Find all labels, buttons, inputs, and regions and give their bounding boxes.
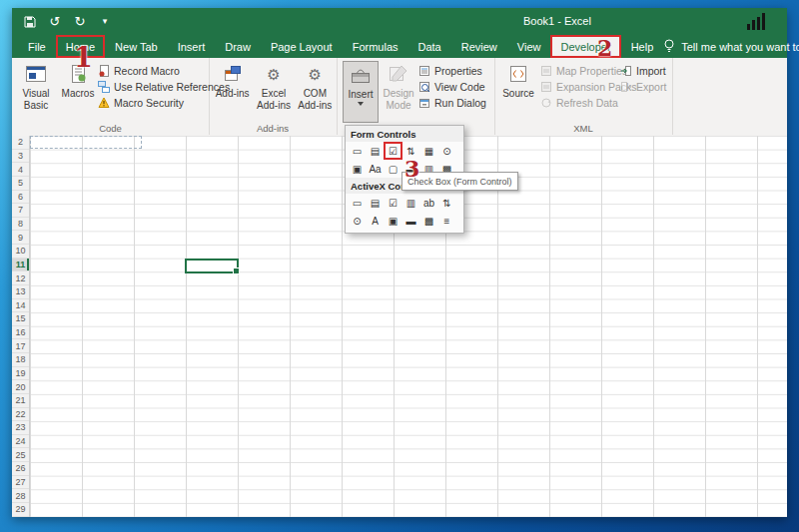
row-header[interactable]: 16 — [12, 326, 29, 340]
ribbon-group-addins: Add-ins ⚙ Excel Add-ins ⚙ COM Add-ins Ad… — [209, 58, 338, 135]
ribbon-tab[interactable]: Page Layout — [261, 35, 343, 58]
activex-control-icon[interactable]: ≡ — [439, 214, 454, 228]
ribbon-tab[interactable]: Review — [451, 35, 507, 58]
record-macro-icon — [98, 65, 110, 77]
row-header[interactable]: 17 — [12, 339, 29, 353]
row-header[interactable]: 2 — [12, 136, 29, 150]
activex-control-icon[interactable]: A — [368, 214, 383, 228]
add-ins-icon — [222, 62, 244, 86]
row-header[interactable]: 13 — [12, 285, 29, 299]
row-header[interactable]: 27 — [12, 476, 29, 490]
activex-control-icon[interactable]: ▭ — [350, 196, 365, 210]
activex-control-icon[interactable]: ▬ — [403, 214, 418, 228]
row-header[interactable]: 15 — [12, 312, 29, 326]
refresh-data-button[interactable]: Refresh Data — [540, 97, 637, 109]
source-button[interactable]: Source — [498, 62, 538, 100]
row-header[interactable]: 24 — [12, 435, 29, 449]
view-code-button[interactable]: View Code — [418, 81, 486, 93]
window-title: Book1 - Excel — [523, 15, 591, 27]
row-header[interactable]: 12 — [12, 271, 29, 285]
design-mode-button[interactable]: Design Mode — [379, 62, 418, 111]
row-header[interactable]: 25 — [12, 448, 29, 462]
activex-control-icon[interactable]: ▤ — [368, 196, 383, 210]
row-header[interactable]: 26 — [12, 462, 29, 476]
redo-icon[interactable]: ↻ — [72, 14, 88, 30]
tell-me-label: Tell me what you want to do — [681, 41, 799, 53]
tell-me-box[interactable]: Tell me what you want to do — [663, 35, 799, 58]
ribbon-tab[interactable]: Help — [621, 35, 664, 58]
ribbon-tab[interactable]: Formulas — [343, 35, 408, 58]
customize-qat-icon[interactable]: ▾ — [97, 14, 113, 30]
form-control-icon[interactable]: ▭ — [350, 144, 365, 158]
row-header[interactable]: 4 — [12, 163, 29, 177]
excel-add-ins-button[interactable]: ⚙ Excel Add-ins — [254, 62, 293, 111]
ribbon-tab[interactable]: Insert — [168, 35, 216, 58]
export-button[interactable]: Export — [620, 81, 666, 93]
xml-source-icon — [507, 62, 529, 86]
annotation-1: 1 — [74, 44, 93, 71]
insert-controls-button[interactable]: Insert — [343, 61, 379, 123]
row-header[interactable]: 5 — [12, 177, 29, 191]
source-label: Source — [502, 88, 534, 100]
ribbon-tab[interactable]: Data — [408, 35, 451, 58]
save-icon[interactable] — [22, 14, 38, 30]
import-button[interactable]: Import — [620, 65, 666, 77]
row-header[interactable]: 22 — [12, 408, 29, 422]
form-control-icon[interactable]: ▦ — [421, 144, 436, 158]
activex-control-icon[interactable]: ▥ — [403, 196, 418, 210]
properties-button[interactable]: Properties — [418, 65, 486, 77]
ribbon-group-code: Visual Basic Macros — [12, 58, 210, 135]
com-add-ins-button[interactable]: ⚙ COM Add-ins — [296, 62, 335, 111]
row-header[interactable]: 18 — [12, 353, 29, 367]
view-code-icon — [418, 81, 430, 93]
row-header[interactable]: 28 — [12, 489, 29, 503]
form-control-icon[interactable]: ▣ — [350, 162, 365, 176]
visual-basic-button[interactable]: Visual Basic — [16, 62, 56, 111]
activex-control-icon[interactable]: ☑ — [386, 196, 400, 210]
activex-control-icon[interactable]: ⇅ — [439, 196, 454, 210]
row-header[interactable]: 14 — [12, 299, 29, 313]
insert-label: Insert — [348, 89, 373, 100]
code-group-label: Code — [12, 123, 209, 134]
row-header[interactable]: 20 — [12, 380, 29, 394]
form-control-icon[interactable]: ▢ — [386, 162, 400, 176]
ribbon-tab[interactable]: View — [507, 35, 551, 58]
selected-cell[interactable] — [185, 259, 239, 273]
row-header[interactable]: 21 — [12, 394, 29, 408]
export-icon — [620, 81, 632, 93]
form-control-icon[interactable]: ⊙ — [439, 144, 454, 158]
row-header[interactable]: 7 — [12, 204, 29, 218]
form-control-icon[interactable]: ▤ — [368, 144, 383, 158]
row-header[interactable]: 23 — [12, 421, 29, 435]
export-label: Export — [636, 81, 666, 93]
row-header[interactable]: 9 — [12, 231, 29, 245]
map-properties-icon — [540, 65, 552, 77]
relative-references-icon — [98, 81, 110, 93]
ribbon-tab[interactable]: File — [18, 35, 56, 58]
ribbon-tab[interactable]: New Tab — [105, 35, 168, 58]
row-header[interactable]: 6 — [12, 191, 29, 205]
excel-window: ↺ ↻ ▾ Book1 - Excel FileHomeNew TabInser… — [12, 8, 787, 517]
row-header[interactable]: 29 — [12, 503, 29, 517]
activex-control-icon[interactable]: ⊙ — [350, 214, 365, 228]
expansion-packs-icon — [540, 81, 552, 93]
activex-control-icon[interactable]: ▩ — [421, 214, 436, 228]
form-control-icon[interactable]: Aa — [368, 162, 383, 176]
addins-group-label: Add-ins — [209, 123, 337, 134]
ribbon-tab[interactable]: Draw — [215, 35, 261, 58]
row-header[interactable]: 19 — [12, 367, 29, 381]
excel-add-ins-label: Excel Add-ins — [254, 88, 293, 111]
run-dialog-button[interactable]: Run Dialog — [418, 97, 486, 109]
undo-icon[interactable]: ↺ — [47, 14, 63, 30]
activex-control-icon[interactable]: ▣ — [386, 214, 400, 228]
row-header[interactable]: 10 — [12, 245, 29, 259]
view-code-label: View Code — [434, 81, 485, 93]
row-header[interactable]: 11 — [12, 259, 29, 272]
row-header[interactable]: 8 — [12, 218, 29, 232]
fill-handle[interactable] — [233, 267, 240, 274]
form-control-icon[interactable]: ☑ — [386, 144, 400, 158]
activex-control-icon[interactable]: ab — [421, 196, 436, 210]
add-ins-button[interactable]: Add-ins — [213, 62, 252, 100]
row-header[interactable]: 3 — [12, 150, 29, 164]
lightbulb-icon — [663, 39, 675, 55]
